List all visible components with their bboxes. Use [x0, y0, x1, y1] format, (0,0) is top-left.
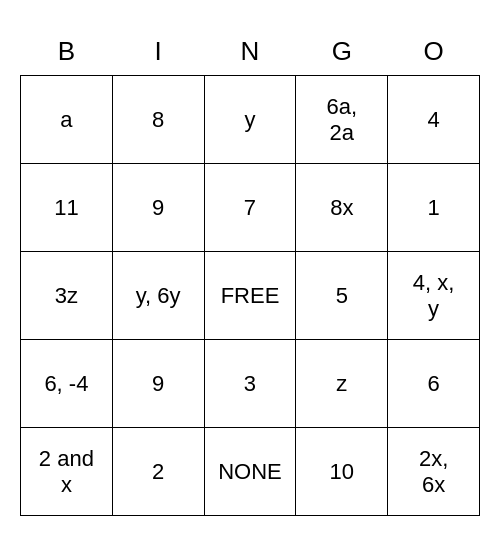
cell-r4-c0: 2 andx — [21, 428, 113, 516]
cell-r0-c2: y — [204, 76, 296, 164]
cell-r2-c4: 4, x,y — [388, 252, 480, 340]
cell-r0-c3: 6a,2a — [296, 76, 388, 164]
bingo-card: BINGO a8y6a,2a411978x13zy, 6yFREE54, x,y… — [20, 28, 480, 517]
cell-r4-c4: 2x,6x — [388, 428, 480, 516]
table-row: a8y6a,2a4 — [21, 76, 480, 164]
table-row: 3zy, 6yFREE54, x,y — [21, 252, 480, 340]
cell-r4-c2: NONE — [204, 428, 296, 516]
cell-r1-c1: 9 — [112, 164, 204, 252]
cell-r2-c3: 5 — [296, 252, 388, 340]
cell-r0-c4: 4 — [388, 76, 480, 164]
cell-r1-c0: 11 — [21, 164, 113, 252]
table-row: 2 andx2NONE102x,6x — [21, 428, 480, 516]
cell-r1-c4: 1 — [388, 164, 480, 252]
cell-r0-c0: a — [21, 76, 113, 164]
cell-r3-c2: 3 — [204, 340, 296, 428]
header-cell-n: N — [204, 28, 296, 76]
header-cell-o: O — [388, 28, 480, 76]
table-row: 11978x1 — [21, 164, 480, 252]
cell-r3-c1: 9 — [112, 340, 204, 428]
cell-r4-c3: 10 — [296, 428, 388, 516]
header-row: BINGO — [21, 28, 480, 76]
header-cell-i: I — [112, 28, 204, 76]
cell-r1-c3: 8x — [296, 164, 388, 252]
table-row: 6, -493z6 — [21, 340, 480, 428]
cell-r1-c2: 7 — [204, 164, 296, 252]
cell-r2-c1: y, 6y — [112, 252, 204, 340]
header-cell-b: B — [21, 28, 113, 76]
cell-r2-c2: FREE — [204, 252, 296, 340]
cell-r3-c4: 6 — [388, 340, 480, 428]
cell-r4-c1: 2 — [112, 428, 204, 516]
cell-r3-c0: 6, -4 — [21, 340, 113, 428]
cell-r3-c3: z — [296, 340, 388, 428]
cell-r2-c0: 3z — [21, 252, 113, 340]
cell-r0-c1: 8 — [112, 76, 204, 164]
header-cell-g: G — [296, 28, 388, 76]
